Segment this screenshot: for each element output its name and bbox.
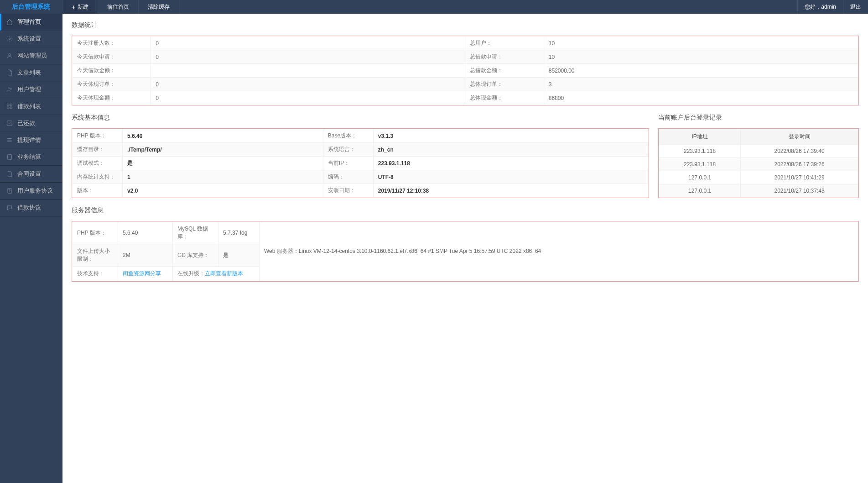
list-icon bbox=[5, 136, 14, 144]
sidebar-item-label: 借款协议 bbox=[17, 204, 41, 212]
table-row: 今天体现金额：0总体现金额：86800 bbox=[73, 91, 858, 105]
greeting-text: 您好， bbox=[805, 3, 821, 11]
user-icon bbox=[5, 52, 14, 60]
sidebar-item-withdraw[interactable]: 提现详情 bbox=[0, 132, 62, 149]
sidebar-item-site-admin[interactable]: 网站管理员 bbox=[0, 47, 62, 64]
upgrade-cell: 在线升级：立即查看新版本 bbox=[173, 267, 260, 281]
svg-point-3 bbox=[10, 88, 11, 89]
table-row: PHP 版本：5.6.40Base版本：v3.1.3 bbox=[73, 129, 649, 143]
gear-icon bbox=[5, 35, 14, 43]
table-row: 223.93.1.1182022/08/26 17:39:26 bbox=[659, 158, 858, 171]
file-icon bbox=[5, 170, 14, 178]
sidebar-item-user-agreement[interactable]: 用户服务协议 bbox=[0, 183, 62, 200]
svg-rect-7 bbox=[10, 107, 12, 109]
nav-homepage-button[interactable]: 前往首页 bbox=[98, 0, 139, 14]
top-header: 后台管理系统 + 新建 前往首页 清除缓存 您好， admin 退出 bbox=[0, 0, 868, 14]
sidebar: 管理首页 系统设置 网站管理员 文章列表 用户管理 借款列表 已还款 提现详情 bbox=[0, 14, 62, 483]
sidebar-item-label: 用户服务协议 bbox=[17, 187, 53, 195]
nav-new-button[interactable]: + 新建 bbox=[62, 0, 98, 14]
login-title: 当前账户后台登录记录 bbox=[658, 114, 859, 122]
sidebar-item-label: 借款列表 bbox=[17, 102, 41, 110]
calculator-icon bbox=[5, 153, 14, 161]
sidebar-item-system-settings[interactable]: 系统设置 bbox=[0, 31, 62, 47]
table-row: 今天借款申请：0总借款申请：10 bbox=[73, 50, 858, 64]
user-greeting[interactable]: 您好， admin bbox=[797, 0, 843, 14]
stats-box: 今天注册人数：0总用户：10 今天借款申请：0总借款申请：10 今天借款金额：总… bbox=[72, 36, 859, 105]
main-container: 管理首页 系统设置 网站管理员 文章列表 用户管理 借款列表 已还款 提现详情 bbox=[0, 14, 868, 483]
table-row: 缓存目录：./Temp/Temp/系统语言：zh_cn bbox=[73, 143, 649, 157]
sidebar-item-contract[interactable]: 合同设置 bbox=[0, 166, 62, 183]
svg-point-2 bbox=[8, 88, 10, 89]
message-icon bbox=[5, 204, 14, 212]
table-row: 内存统计支持：1编码：UTF-8 bbox=[73, 170, 649, 184]
svg-point-0 bbox=[9, 38, 10, 40]
top-nav: + 新建 前往首页 清除缓存 bbox=[62, 0, 797, 14]
table-row: 127.0.0.12021/10/27 10:37:43 bbox=[659, 184, 858, 198]
table-header-row: IP地址登录时间 bbox=[659, 129, 858, 145]
sidebar-item-label: 提现详情 bbox=[17, 136, 41, 144]
svg-point-1 bbox=[9, 53, 11, 56]
time-header: 登录时间 bbox=[741, 129, 858, 145]
server-box: PHP 版本： 5.6.40 MySQL 数据库： 5.7.37-log Web… bbox=[72, 221, 859, 282]
stats-title: 数据统计 bbox=[72, 21, 859, 29]
username-text: admin bbox=[821, 4, 836, 10]
sidebar-item-label: 业务结算 bbox=[17, 153, 41, 161]
webserver-cell: Web 服务器：Linux VM-12-14-centos 3.10.0-116… bbox=[260, 222, 858, 281]
sidebar-item-loans[interactable]: 借款列表 bbox=[0, 98, 62, 115]
sysinfo-title: 系统基本信息 bbox=[72, 114, 649, 122]
login-table: IP地址登录时间 223.93.1.1182022/08/26 17:39:40… bbox=[659, 129, 858, 198]
nav-clear-cache-button[interactable]: 清除缓存 bbox=[139, 0, 179, 14]
sidebar-item-articles[interactable]: 文章列表 bbox=[0, 64, 62, 81]
main-content: 数据统计 今天注册人数：0总用户：10 今天借款申请：0总借款申请：10 今天借… bbox=[62, 14, 868, 483]
login-record-column: 当前账户后台登录记录 IP地址登录时间 223.93.1.1182022/08/… bbox=[658, 114, 859, 206]
tech-support-link[interactable]: 闲鱼资源网分享 bbox=[123, 270, 161, 277]
sidebar-item-label: 文章列表 bbox=[17, 68, 41, 77]
server-title: 服务器信息 bbox=[72, 206, 859, 215]
table-row: PHP 版本： 5.6.40 MySQL 数据库： 5.7.37-log Web… bbox=[73, 222, 858, 244]
table-row: 调试模式：是当前IP：223.93.1.118 bbox=[73, 157, 649, 170]
sidebar-item-dashboard[interactable]: 管理首页 bbox=[0, 14, 62, 31]
sidebar-item-label: 用户管理 bbox=[17, 85, 41, 94]
stats-table: 今天注册人数：0总用户：10 今天借款申请：0总借款申请：10 今天借款金额：总… bbox=[72, 36, 858, 105]
table-row: 今天借款金额：总借款金额：852000.00 bbox=[73, 64, 858, 78]
table-row: 今天体现订单：0总体现订单：3 bbox=[73, 78, 858, 91]
logout-button[interactable]: 退出 bbox=[843, 0, 868, 14]
svg-rect-6 bbox=[7, 107, 9, 109]
top-right: 您好， admin 退出 bbox=[797, 0, 868, 14]
document2-icon bbox=[5, 187, 14, 195]
sidebar-item-settlement[interactable]: 业务结算 bbox=[0, 149, 62, 166]
sidebar-item-users[interactable]: 用户管理 bbox=[0, 81, 62, 98]
table-row: 223.93.1.1182022/08/26 17:39:40 bbox=[659, 145, 858, 158]
svg-rect-8 bbox=[7, 121, 12, 126]
svg-rect-4 bbox=[7, 104, 9, 106]
sidebar-item-label: 已还款 bbox=[17, 119, 35, 127]
login-box: IP地址登录时间 223.93.1.1182022/08/26 17:39:40… bbox=[658, 128, 859, 198]
check-icon bbox=[5, 119, 14, 127]
sidebar-item-loan-agreement[interactable]: 借款协议 bbox=[0, 200, 62, 216]
server-table: PHP 版本： 5.6.40 MySQL 数据库： 5.7.37-log Web… bbox=[72, 221, 858, 281]
plus-icon: + bbox=[72, 4, 75, 10]
sidebar-item-label: 系统设置 bbox=[17, 35, 41, 43]
home-icon bbox=[5, 18, 14, 26]
nav-new-label: 新建 bbox=[78, 3, 88, 11]
table-row: 版本：v2.0安装日期：2019/11/27 12:10:38 bbox=[73, 184, 649, 198]
table-row: 今天注册人数：0总用户：10 bbox=[73, 37, 858, 50]
upgrade-link[interactable]: 立即查看新版本 bbox=[205, 270, 243, 277]
table-row: 127.0.0.12021/10/27 10:41:29 bbox=[659, 171, 858, 184]
sidebar-item-label: 管理首页 bbox=[17, 18, 41, 26]
sidebar-item-label: 合同设置 bbox=[17, 170, 41, 178]
app-logo: 后台管理系统 bbox=[0, 0, 62, 14]
sidebar-item-label: 网站管理员 bbox=[17, 52, 47, 60]
grid-icon bbox=[5, 102, 14, 110]
sysinfo-column: 系统基本信息 PHP 版本：5.6.40Base版本：v3.1.3 缓存目录：.… bbox=[72, 114, 649, 206]
sidebar-item-repaid[interactable]: 已还款 bbox=[0, 115, 62, 132]
ip-header: IP地址 bbox=[659, 129, 741, 145]
svg-rect-9 bbox=[7, 155, 11, 160]
document-icon bbox=[5, 68, 14, 77]
sysinfo-table: PHP 版本：5.6.40Base版本：v3.1.3 缓存目录：./Temp/T… bbox=[72, 129, 649, 198]
two-column-row: 系统基本信息 PHP 版本：5.6.40Base版本：v3.1.3 缓存目录：.… bbox=[72, 114, 859, 206]
sysinfo-box: PHP 版本：5.6.40Base版本：v3.1.3 缓存目录：./Temp/T… bbox=[72, 128, 649, 198]
users-icon bbox=[5, 85, 14, 94]
svg-rect-5 bbox=[10, 104, 12, 106]
